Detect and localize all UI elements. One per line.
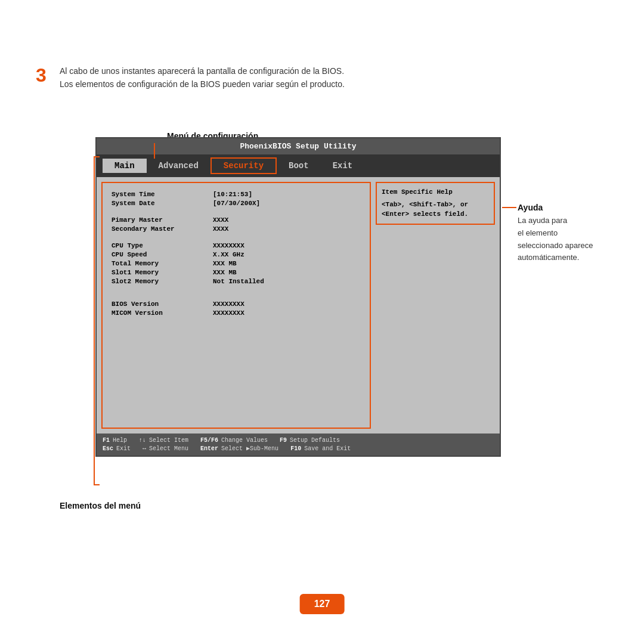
ayuda-line2: el elemento <box>518 228 558 237</box>
field-micom-version: MICOM Version XXXXXXXX <box>112 309 361 317</box>
help-title: Item Specific Help <box>382 188 489 197</box>
field-value-system-date: [07/30/200X] <box>213 200 260 207</box>
menu-exit[interactable]: Exit <box>321 159 365 173</box>
footer-updown: ↑↓ Select Item <box>139 437 188 444</box>
field-value-total-memory: XXX MB <box>213 260 237 267</box>
help-line2: <Enter> selects field. <box>382 210 489 219</box>
page-number: 127 <box>300 594 345 614</box>
step-line1: Al cabo de unos instantes aparecerá la p… <box>60 64 345 78</box>
field-secondary-master: Secondary Master XXXX <box>112 225 361 233</box>
field-value-system-time: [10:21:53] <box>213 191 252 198</box>
ayuda-line1: La ayuda para <box>518 216 567 225</box>
bios-help-panel: Item Specific Help <Tab>, <Shift-Tab>, o… <box>376 182 495 429</box>
menu-boot[interactable]: Boot <box>277 159 321 173</box>
footer-leftright: ↔ Select Menu <box>143 445 188 452</box>
ayuda-line3: seleccionado aparece <box>518 241 593 250</box>
field-system-time: System Time [10:21:53] <box>112 191 361 198</box>
help-line1: <Tab>, <Shift-Tab>, or <box>382 200 489 209</box>
field-slot1-memory: Slot1 Memory XXX MB <box>112 269 361 276</box>
footer-row2: Esc Exit ↔ Select Menu Enter Select ▶Sub… <box>103 445 494 452</box>
field-value-primary-master: XXXX <box>213 216 228 224</box>
step-text: Al cabo de unos instantes aparecerá la p… <box>60 64 345 91</box>
menu-config-vert-line <box>154 143 155 159</box>
field-value-secondary-master: XXXX <box>213 225 228 233</box>
step-line2: Los elementos de configuración de la BIO… <box>60 78 345 91</box>
ayuda-arrow <box>502 207 516 208</box>
field-bios-version: BIOS Version XXXXXXXX <box>112 301 361 308</box>
field-value-cpu-type: XXXXXXXX <box>213 242 244 249</box>
field-value-bios-version: XXXXXXXX <box>213 301 244 308</box>
field-slot2-memory: Slot2 Memory Not Installed <box>112 278 361 285</box>
menu-security[interactable]: Security <box>210 157 277 174</box>
step-number: 3 <box>36 64 47 86</box>
bios-title: PhoenixBIOS Setup Utility <box>97 138 500 154</box>
field-value-slot2-memory: Not Installed <box>213 278 264 285</box>
footer-enter: Enter Select ▶Sub-Menu <box>200 445 278 452</box>
bios-window: PhoenixBIOS Setup Utility Main Advanced … <box>95 137 501 457</box>
footer-f1: F1 Help <box>103 437 127 444</box>
footer-row1: F1 Help ↑↓ Select Item F5/F6 Change Valu… <box>103 437 494 444</box>
field-label-primary-master: Pimary Master <box>112 216 213 224</box>
field-total-memory: Total Memory XXX MB <box>112 260 361 267</box>
bios-menu-bar: Main Advanced Security Boot Exit <box>97 154 500 177</box>
left-bracket-vertical <box>94 156 95 484</box>
field-label-slot2-memory: Slot2 Memory <box>112 278 213 285</box>
bios-footer: F1 Help ↑↓ Select Item F5/F6 Change Valu… <box>97 434 500 456</box>
field-label-micom-version: MICOM Version <box>112 309 213 317</box>
field-label-system-time: System Time <box>112 191 213 198</box>
menu-advanced[interactable]: Advanced <box>147 159 210 173</box>
field-value-cpu-speed: X.XX GHz <box>213 251 244 258</box>
field-label-cpu-speed: CPU Speed <box>112 251 213 258</box>
field-cpu-type: CPU Type XXXXXXXX <box>112 242 361 249</box>
footer-f10: F10 Save and Exit <box>290 445 351 452</box>
bios-main-panel: System Time [10:21:53] System Date [07/3… <box>101 182 371 429</box>
bios-help-box: Item Specific Help <Tab>, <Shift-Tab>, o… <box>376 182 495 225</box>
menu-main[interactable]: Main <box>103 159 147 173</box>
ayuda-text: La ayuda para el elemento seleccionado a… <box>518 215 619 264</box>
field-label-system-date: System Date <box>112 200 213 207</box>
field-value-micom-version: XXXXXXXX <box>213 309 244 317</box>
field-label-slot1-memory: Slot1 Memory <box>112 269 213 276</box>
field-cpu-speed: CPU Speed X.XX GHz <box>112 251 361 258</box>
footer-f5f6: F5/F6 Change Values <box>200 437 268 444</box>
field-primary-master: Pimary Master XXXX <box>112 216 361 224</box>
page-container: 3 Al cabo de unos instantes aparecerá la… <box>0 0 644 644</box>
elementos-label: Elementos del menú <box>60 501 141 510</box>
left-bracket-bottom <box>94 484 100 485</box>
left-bracket-top <box>94 156 100 157</box>
field-value-slot1-memory: XXX MB <box>213 269 237 276</box>
ayuda-title: Ayuda <box>518 203 543 212</box>
ayuda-line4: automáticamente. <box>518 253 579 262</box>
field-label-secondary-master: Secondary Master <box>112 225 213 233</box>
field-label-total-memory: Total Memory <box>112 260 213 267</box>
field-label-bios-version: BIOS Version <box>112 301 213 308</box>
footer-esc: Esc Exit <box>103 445 131 452</box>
footer-f9: F9 Setup Defaults <box>280 437 340 444</box>
bios-content: System Time [10:21:53] System Date [07/3… <box>97 177 500 434</box>
field-label-cpu-type: CPU Type <box>112 242 213 249</box>
field-system-date: System Date [07/30/200X] <box>112 200 361 207</box>
